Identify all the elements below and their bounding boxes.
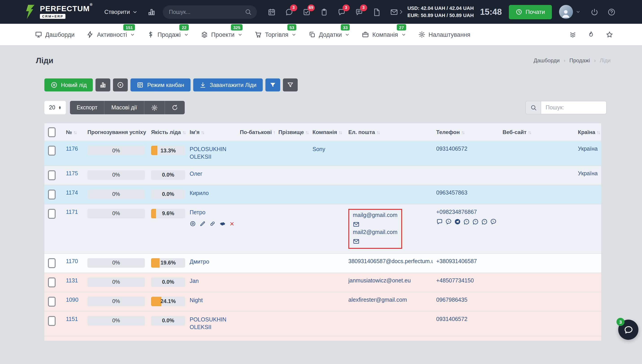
chat-icon[interactable]: 3 xyxy=(285,8,293,16)
lead-stats-button[interactable] xyxy=(96,78,110,92)
row-checkbox[interactable] xyxy=(48,209,56,219)
comments-icon[interactable]: 3 xyxy=(355,8,363,16)
help-icon[interactable] xyxy=(607,8,615,16)
lead-id-link[interactable]: 1090 xyxy=(66,297,78,303)
row-checkbox[interactable] xyxy=(48,190,56,200)
sort-arrows-icon[interactable]: ↑↓ xyxy=(182,130,185,135)
lead-name-link[interactable]: Дмитро xyxy=(190,258,233,266)
modules-stack-icon[interactable] xyxy=(569,31,576,38)
breadcrumb-item[interactable]: Дашборди xyxy=(534,58,560,64)
send-email-icon[interactable] xyxy=(353,238,398,245)
select-all-checkbox[interactable] xyxy=(48,127,56,137)
sort-arrows-icon[interactable]: ↑↓ xyxy=(338,130,342,135)
view-icon[interactable] xyxy=(190,220,196,227)
logout-icon[interactable] xyxy=(590,8,598,16)
tasks-icon[interactable]: 69 xyxy=(302,8,310,16)
lead-id-link[interactable]: 1175 xyxy=(66,170,78,176)
filter-clear-button[interactable] xyxy=(283,78,298,92)
edit-pencil-icon[interactable] xyxy=(200,220,206,227)
phone-link[interactable]: 0931406572 xyxy=(436,146,496,152)
email-link[interactable]: mailg@gmail.com xyxy=(353,212,398,218)
nav-item-dollar[interactable]: Продажі 22 xyxy=(147,31,189,38)
row-checkbox[interactable] xyxy=(48,170,56,180)
lead-name-link[interactable]: Петро xyxy=(190,209,233,216)
phone-link[interactable]: 0967986435 xyxy=(436,297,496,303)
filter-active-button[interactable] xyxy=(266,78,280,92)
calendar-icon[interactable] xyxy=(268,8,276,16)
link-icon[interactable] xyxy=(209,220,216,227)
email-link[interactable]: mail2@gmail.com xyxy=(353,229,398,235)
clipboard-icon[interactable] xyxy=(320,8,328,16)
new-lead-button[interactable]: Новий лід xyxy=(44,78,93,92)
global-search-input[interactable] xyxy=(168,8,241,16)
email-link[interactable]: alexfirester@gmail.com xyxy=(348,297,429,303)
lead-name-link[interactable]: Олег xyxy=(190,170,233,178)
table-settings-button[interactable] xyxy=(144,101,165,114)
sort-arrows-icon[interactable]: ↑↓ xyxy=(596,130,600,135)
favorites-star-icon[interactable] xyxy=(606,31,613,38)
lead-target-button[interactable] xyxy=(113,78,128,92)
email-link[interactable]: 380931406587@docs.perfectum.ua xyxy=(348,258,429,264)
breadcrumb-item[interactable]: Продажі xyxy=(569,58,590,64)
start-timer-button[interactable]: Почати xyxy=(509,5,552,19)
page-size-select[interactable]: 20 ▲▼ xyxy=(44,101,66,114)
chevron-right-icon[interactable] xyxy=(398,9,404,15)
sort-arrows-icon[interactable]: ↑↓ xyxy=(273,130,275,135)
lead-name-link[interactable]: Night xyxy=(190,297,233,304)
mail-icon[interactable] xyxy=(390,8,398,16)
sort-arrows-icon[interactable]: ↑↓ xyxy=(528,130,531,135)
avatar-chevron-icon[interactable] xyxy=(576,10,580,14)
perfectum-logo[interactable]: PERFECTUM® CRM+ERP xyxy=(25,4,92,19)
phone-link[interactable]: 0963457863 xyxy=(436,190,496,196)
nav-item-layers[interactable]: Проекти 325 xyxy=(201,31,242,38)
phone-link[interactable]: +48507734150 xyxy=(436,278,496,284)
sms-icon[interactable]: 3 xyxy=(337,8,346,16)
whatsapp-icon[interactable] xyxy=(463,218,470,225)
company-link[interactable]: Sony xyxy=(312,146,341,153)
nav-item-copy[interactable]: Додатки 33 xyxy=(309,31,350,38)
table-search-input[interactable] xyxy=(541,101,606,114)
table-search-icon[interactable] xyxy=(526,101,541,114)
phone-link[interactable]: +380931406587 xyxy=(436,258,496,264)
nav-item-cart[interactable]: Торгівля 53 xyxy=(255,31,296,38)
download-leads-button[interactable]: Завантажити Ліди xyxy=(193,78,263,92)
chat-fab-button[interactable]: 3 xyxy=(618,320,638,340)
row-checkbox[interactable] xyxy=(48,146,56,156)
refresh-button[interactable] xyxy=(165,101,184,114)
nav-item-briefcase[interactable]: Компанія 27 xyxy=(362,31,406,38)
nav-item-bolt[interactable]: Активності 151 xyxy=(87,31,135,38)
sort-arrows-icon[interactable]: ↑↓ xyxy=(305,130,308,135)
sort-arrows-icon[interactable]: ↑↓ xyxy=(461,130,464,135)
row-checkbox[interactable] xyxy=(48,278,56,287)
lead-id-link[interactable]: 1131 xyxy=(66,278,78,284)
handshake-icon[interactable] xyxy=(219,220,226,227)
viber-icon[interactable] xyxy=(445,218,452,225)
create-dropdown[interactable]: Створити xyxy=(104,8,138,15)
row-checkbox[interactable] xyxy=(48,297,56,306)
whatsapp-icon[interactable] xyxy=(472,218,479,225)
nav-item-monitor[interactable]: Дашборди xyxy=(35,31,75,38)
document-icon[interactable] xyxy=(372,8,380,16)
hot-actions-icon[interactable] xyxy=(587,31,595,38)
statistics-icon[interactable] xyxy=(147,8,155,16)
export-button[interactable]: Експорт xyxy=(70,101,105,114)
lead-name-link[interactable]: POLOSUKHIN OLEKSII xyxy=(190,316,233,331)
whatsapp-icon[interactable] xyxy=(481,218,488,225)
sort-arrows-icon[interactable]: ↑↓ xyxy=(73,130,76,135)
lead-id-link[interactable]: 1171 xyxy=(66,209,78,215)
kanban-mode-button[interactable]: Режим канбан xyxy=(131,78,190,92)
sort-arrows-icon[interactable]: ↑↓ xyxy=(201,130,204,135)
lead-id-link[interactable]: 1170 xyxy=(66,258,78,264)
telegram-icon[interactable] xyxy=(454,218,461,225)
lead-name-link[interactable]: Кирило xyxy=(190,190,233,197)
lead-id-link[interactable]: 1174 xyxy=(66,190,78,196)
row-checkbox[interactable] xyxy=(48,316,56,326)
viber-icon[interactable] xyxy=(490,218,497,225)
lead-id-link[interactable]: 1176 xyxy=(66,146,78,152)
email-link[interactable]: janmusiatowicz@onet.eu xyxy=(348,278,429,284)
lead-name-link[interactable]: Jan xyxy=(190,278,233,285)
lead-id-link[interactable]: 1151 xyxy=(66,316,78,322)
avatar[interactable] xyxy=(559,5,573,19)
delete-x-icon[interactable]: ✕ xyxy=(230,221,234,226)
bulk-actions-button[interactable]: Масові дії xyxy=(105,101,144,114)
